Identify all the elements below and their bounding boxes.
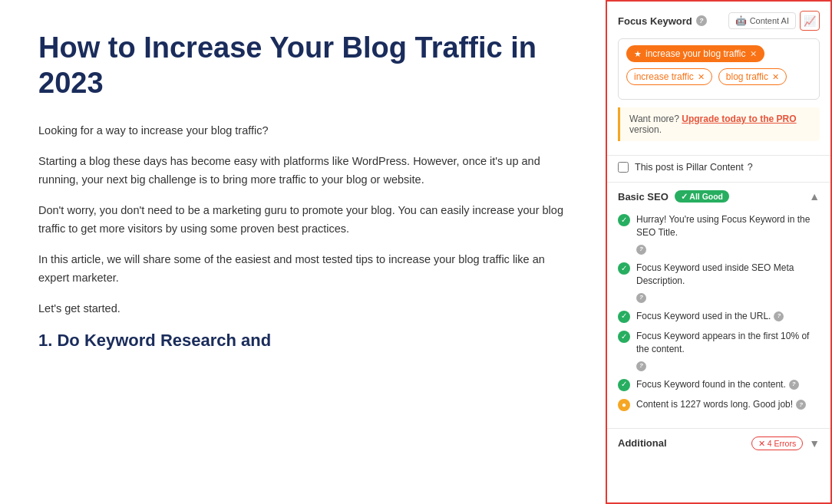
errors-badge: ✕ 4 Errors	[751, 436, 803, 450]
sidebar: Focus Keyword ? 🤖 Content AI 📈 ★ increas…	[606, 0, 832, 504]
basic-seo-chevron-icon: ▲	[809, 190, 820, 203]
content-ai-icon: 🤖	[735, 15, 747, 26]
focus-keyword-section: Focus Keyword ? 🤖 Content AI 📈 ★ increas…	[607, 2, 830, 156]
basic-seo-header[interactable]: Basic SEO ✓ All Good ▲	[607, 183, 830, 210]
primary-keyword-tag: ★ increase your blog traffic ✕	[626, 45, 764, 62]
paragraph-2: Starting a blog these days has become ea…	[38, 153, 567, 189]
additional-section: Additional ✕ 4 Errors ▼	[607, 429, 830, 458]
primary-tag-close-icon[interactable]: ✕	[750, 49, 757, 59]
pillar-help-icon[interactable]: ?	[748, 162, 753, 173]
check-3-help-icon[interactable]: ?	[774, 311, 784, 321]
pillar-checkbox[interactable]	[618, 162, 629, 173]
check-2-help-icon[interactable]: ?	[636, 293, 646, 303]
check-icon-green-1: ✓	[618, 214, 630, 226]
check-text-1-content: Hurray! You're using Focus Keyword in th…	[636, 213, 820, 240]
seo-checks-list: ✓ Hurray! You're using Focus Keyword in …	[607, 210, 830, 428]
check-text-2-content: Focus Keyword used inside SEO Meta Descr…	[636, 262, 820, 288]
focus-keyword-header: Focus Keyword ? 🤖 Content AI 📈	[618, 11, 820, 31]
check-icon-yellow-6: ●	[618, 399, 630, 411]
secondary-tag-1-close[interactable]: ✕	[698, 72, 705, 82]
content-ai-button[interactable]: 🤖 Content AI	[728, 12, 796, 29]
secondary-tag-2: blog traffic ✕	[718, 68, 787, 85]
content-ai-label: Content AI	[750, 16, 789, 25]
paragraph-3: Don't worry, you don't need to be a mark…	[38, 202, 567, 239]
upgrade-suffix: version.	[629, 124, 662, 135]
secondary-tag-1-text: increase traffic	[634, 71, 694, 82]
keyword-tags-box: ★ increase your blog traffic ✕ increase …	[618, 38, 820, 100]
upgrade-link[interactable]: Upgrade today to the PRO	[682, 114, 796, 124]
upgrade-notice: Want more? Upgrade today to the PRO vers…	[618, 107, 820, 141]
pillar-label: This post is Pillar Content ?	[635, 162, 753, 173]
all-good-text: ✓ All Good	[681, 192, 723, 201]
seo-check-1: ✓ Hurray! You're using Focus Keyword in …	[618, 213, 820, 255]
seo-check-5: ✓ Focus Keyword found in the content. ?	[618, 378, 820, 391]
seo-check-4: ✓ Focus Keyword appears in the first 10%…	[618, 330, 820, 371]
check-text-6: Content is 1227 words long. Good job! ?	[636, 398, 806, 411]
check-icon-green-4: ✓	[618, 331, 630, 343]
focus-keyword-label: Focus Keyword	[618, 15, 692, 27]
check-text-6-content: Content is 1227 words long. Good job!	[636, 398, 793, 411]
additional-header[interactable]: Additional ✕ 4 Errors ▼	[618, 436, 820, 450]
check-text-4: Focus Keyword appears in the first 10% o…	[636, 330, 820, 371]
focus-keyword-help-icon[interactable]: ?	[696, 15, 707, 26]
pillar-content-row: This post is Pillar Content ?	[607, 156, 830, 183]
article-body: Looking for a way to increase your blog …	[38, 122, 567, 350]
check-text-5-content: Focus Keyword found in the content.	[636, 378, 786, 391]
check-icon-green-2: ✓	[618, 262, 630, 275]
check-4-help-icon[interactable]: ?	[636, 361, 646, 371]
secondary-tag-2-close[interactable]: ✕	[772, 72, 779, 82]
article-title: How to Increase Your Blog Traffic in 202…	[38, 31, 567, 100]
trend-icon: 📈	[804, 15, 816, 27]
additional-chevron-icon: ▼	[809, 437, 820, 450]
seo-check-6: ● Content is 1227 words long. Good job! …	[618, 398, 820, 411]
check-text-3: Focus Keyword used in the URL. ?	[636, 310, 784, 323]
check-text-5: Focus Keyword found in the content. ?	[636, 378, 799, 391]
secondary-tags: increase traffic ✕ blog traffic ✕	[626, 68, 811, 85]
upgrade-text: Want more?	[629, 114, 679, 124]
content-area: How to Increase Your Blog Traffic in 202…	[0, 0, 606, 504]
seo-check-3: ✓ Focus Keyword used in the URL. ?	[618, 310, 820, 323]
primary-tag-text: increase your blog traffic	[645, 48, 746, 59]
check-text-2: Focus Keyword used inside SEO Meta Descr…	[636, 262, 820, 303]
check-icon-green-5: ✓	[618, 379, 630, 391]
check-text-4-content: Focus Keyword appears in the first 10% o…	[636, 330, 820, 357]
check-icon-green-3: ✓	[618, 311, 630, 323]
trend-button[interactable]: 📈	[800, 11, 820, 31]
basic-seo-section: Basic SEO ✓ All Good ▲ ✓ Hurray! You're …	[607, 183, 830, 429]
check-text-1: Hurray! You're using Focus Keyword in th…	[636, 213, 820, 255]
pillar-label-text: This post is Pillar Content	[635, 162, 744, 173]
check-1-help-icon[interactable]: ?	[636, 245, 646, 255]
basic-seo-label: Basic SEO	[618, 191, 669, 203]
secondary-tag-2-text: blog traffic	[726, 71, 768, 82]
paragraph-5: Let's get started.	[38, 300, 567, 318]
check-5-help-icon[interactable]: ?	[789, 380, 799, 390]
paragraph-4: In this article, we will share some of t…	[38, 251, 567, 288]
paragraph-1: Looking for a way to increase your blog …	[38, 122, 567, 140]
star-icon: ★	[634, 49, 642, 59]
check-text-3-content: Focus Keyword used in the URL.	[636, 310, 771, 323]
additional-title: Additional	[618, 437, 667, 449]
focus-keyword-actions: 🤖 Content AI 📈	[728, 11, 820, 31]
article-subheading: 1. Do Keyword Research and	[38, 331, 567, 351]
basic-seo-title: Basic SEO ✓ All Good	[618, 190, 729, 203]
focus-keyword-title: Focus Keyword ?	[618, 15, 707, 27]
secondary-tag-1: increase traffic ✕	[626, 68, 712, 85]
additional-right: ✕ 4 Errors ▼	[751, 436, 820, 450]
check-6-help-icon[interactable]: ?	[796, 400, 806, 410]
seo-check-2: ✓ Focus Keyword used inside SEO Meta Des…	[618, 262, 820, 303]
all-good-badge: ✓ All Good	[675, 190, 729, 203]
